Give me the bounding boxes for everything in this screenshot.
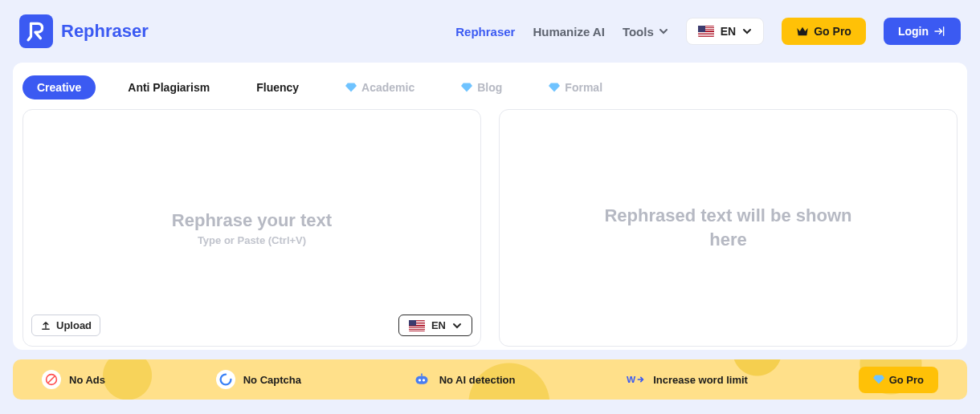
diamond-icon: [345, 83, 357, 92]
logo-icon: [19, 14, 53, 48]
svg-rect-1: [415, 376, 427, 384]
header: Rephraser Rephraser Humanize AI Tools EN…: [0, 0, 980, 63]
output-text: Rephrased text will be shown here: [600, 204, 857, 251]
promo-no-ai-label: No AI detection: [439, 374, 516, 386]
mode-tabs: Creative Anti Plagiarism Fluency Academi…: [21, 72, 959, 109]
promo-no-ads: No Ads: [42, 370, 105, 389]
promo-word-limit: W Increase word limit: [626, 370, 748, 389]
upload-icon: [40, 320, 51, 331]
promo-gopro-button[interactable]: Go Pro: [859, 367, 938, 393]
no-captcha-icon: [216, 370, 235, 389]
gopro-button[interactable]: Go Pro: [782, 18, 866, 45]
promo-banner: No Ads No Captcha No AI detection W Incr…: [13, 359, 967, 400]
input-placeholder: Rephrase your text Type or Paste (Ctrl+V…: [23, 110, 480, 346]
nav-rephraser[interactable]: Rephraser: [455, 25, 515, 39]
promo-word-limit-label: Increase word limit: [653, 374, 748, 386]
language-selector[interactable]: EN: [686, 18, 764, 45]
no-ads-icon: [42, 370, 61, 389]
crown-icon: [796, 26, 809, 37]
tab-formal[interactable]: Formal: [534, 75, 617, 99]
brand-name: Rephraser: [61, 21, 149, 42]
input-title: Rephrase your text: [172, 210, 332, 231]
login-button[interactable]: Login: [884, 18, 961, 45]
logo[interactable]: Rephraser: [19, 14, 149, 48]
input-language-selector[interactable]: EN: [398, 315, 472, 336]
tab-blog-label: Blog: [477, 81, 502, 94]
nav-humanize[interactable]: Humanize AI: [533, 25, 604, 39]
svg-text:W: W: [627, 374, 636, 385]
output-placeholder: Rephrased text will be shown here: [500, 110, 957, 346]
input-panel[interactable]: Rephrase your text Type or Paste (Ctrl+V…: [22, 109, 481, 347]
svg-point-2: [418, 379, 420, 381]
diamond-icon: [461, 83, 472, 92]
chevron-down-icon: [659, 26, 668, 36]
flag-us-icon: [698, 26, 714, 37]
tab-academic-label: Academic: [361, 81, 414, 94]
promo-no-ads-label: No Ads: [69, 374, 105, 386]
upload-button[interactable]: Upload: [31, 315, 100, 336]
tab-formal-label: Formal: [565, 81, 602, 94]
nav: Rephraser Humanize AI Tools EN Go Pro Lo…: [455, 18, 961, 45]
promo-gopro-label: Go Pro: [889, 374, 924, 386]
language-code: EN: [721, 25, 736, 38]
promo-no-ai-detection: No AI detection: [412, 370, 516, 389]
diamond-icon: [549, 83, 560, 92]
nav-tools[interactable]: Tools: [623, 25, 668, 39]
robot-icon: [412, 370, 431, 389]
word-limit-icon: W: [626, 370, 645, 389]
tab-blog[interactable]: Blog: [447, 75, 517, 99]
output-panel: Rephrased text will be shown here: [499, 109, 958, 347]
input-lang-code: EN: [431, 319, 446, 331]
svg-point-3: [422, 379, 424, 381]
nav-tools-label: Tools: [623, 25, 654, 39]
diamond-icon: [873, 375, 884, 384]
tab-fluency[interactable]: Fluency: [242, 75, 313, 99]
tab-academic[interactable]: Academic: [331, 75, 429, 99]
login-arrow-icon: [933, 26, 946, 37]
gopro-label: Go Pro: [814, 25, 851, 38]
panels: Rephrase your text Type or Paste (Ctrl+V…: [21, 109, 959, 347]
input-hint: Type or Paste (Ctrl+V): [198, 234, 306, 246]
chevron-down-icon: [452, 321, 462, 331]
promo-no-captcha: No Captcha: [216, 370, 301, 389]
login-label: Login: [898, 25, 929, 38]
tab-creative[interactable]: Creative: [22, 75, 96, 99]
chevron-down-icon: [742, 26, 752, 36]
upload-label: Upload: [56, 319, 92, 331]
main-card: Creative Anti Plagiarism Fluency Academi…: [13, 63, 967, 350]
tab-anti-plagiarism[interactable]: Anti Plagiarism: [113, 75, 224, 99]
promo-no-captcha-label: No Captcha: [243, 374, 301, 386]
flag-us-icon: [409, 320, 425, 331]
